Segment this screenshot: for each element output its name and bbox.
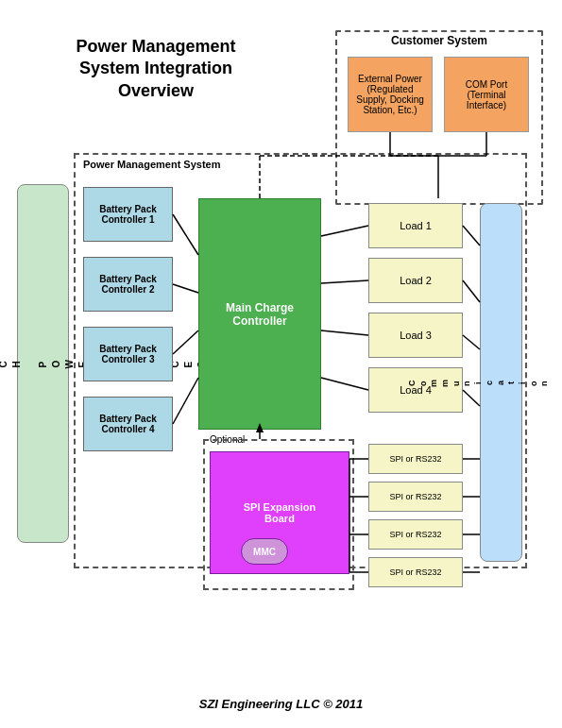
bpc1-label: Battery PackController 1 xyxy=(99,204,157,225)
load3-label: Load 3 xyxy=(400,330,432,341)
load-1: Load 1 xyxy=(368,203,463,248)
com-port-label: COM Port(TerminalInterface) xyxy=(466,79,507,110)
external-power-box: External Power(RegulatedSupply, DockingS… xyxy=(348,57,433,132)
battery-controller-2: Battery PackController 2 xyxy=(83,257,173,312)
load-4: Load 4 xyxy=(368,367,463,413)
pms-label: Power Management System xyxy=(83,159,221,170)
spi-rs232-2: SPI or RS232 xyxy=(368,482,463,512)
page-title: Power Management System Integration Over… xyxy=(47,36,264,102)
title-line1: Power Management xyxy=(76,37,235,56)
spi-rs232-4: SPI or RS232 xyxy=(368,557,463,587)
title-line3: Overview xyxy=(118,81,194,100)
spi1-label: SPI or RS232 xyxy=(389,454,441,464)
load-2: Load 2 xyxy=(368,258,463,303)
spi3-label: SPI or RS232 xyxy=(389,530,441,539)
footer: SZI Engineering LLC © 2011 xyxy=(0,697,562,711)
spi-rs232-1: SPI or RS232 xyxy=(368,444,463,474)
spi-rs232-3: SPI or RS232 xyxy=(368,519,463,550)
battery-controller-3: Battery PackController 3 xyxy=(83,327,173,381)
load2-label: Load 2 xyxy=(400,275,432,286)
spi4-label: SPI or RS232 xyxy=(389,567,441,577)
battery-controller-4: Battery PackController 4 xyxy=(83,397,173,451)
page: Power Management System Integration Over… xyxy=(0,0,562,728)
bpc2-label: Battery PackController 2 xyxy=(99,274,157,295)
mix-match-box: M I X & M A T C H P O W E R S O U R C E … xyxy=(17,184,69,543)
ext-power-label: External Power(RegulatedSupply, DockingS… xyxy=(356,74,424,115)
mmc-box: MMC xyxy=(241,538,288,565)
bpc4-label: Battery PackController 4 xyxy=(99,414,157,434)
customer-system-label: Customer System xyxy=(348,34,531,47)
load1-label: Load 1 xyxy=(400,220,432,231)
load-3: Load 3 xyxy=(368,313,463,358)
bpc3-label: Battery PackController 3 xyxy=(99,344,157,364)
com-port-box: COM Port(TerminalInterface) xyxy=(444,57,529,132)
spi2-label: SPI or RS232 xyxy=(389,492,441,501)
comm-bus-label: C o m m u n i c a t i o n B u s xyxy=(407,378,562,387)
title-line2: System Integration xyxy=(79,59,232,77)
battery-controller-1: Battery PackController 1 xyxy=(83,187,173,242)
comm-bus-box: C o m m u n i c a t i o n B u s xyxy=(480,203,522,562)
spi-board-label: SPI ExpansionBoard xyxy=(244,501,315,524)
main-charge-controller: Main ChargeController xyxy=(198,198,321,430)
mmc-label: MMC xyxy=(253,547,276,557)
main-charge-label: Main ChargeController xyxy=(226,301,294,328)
